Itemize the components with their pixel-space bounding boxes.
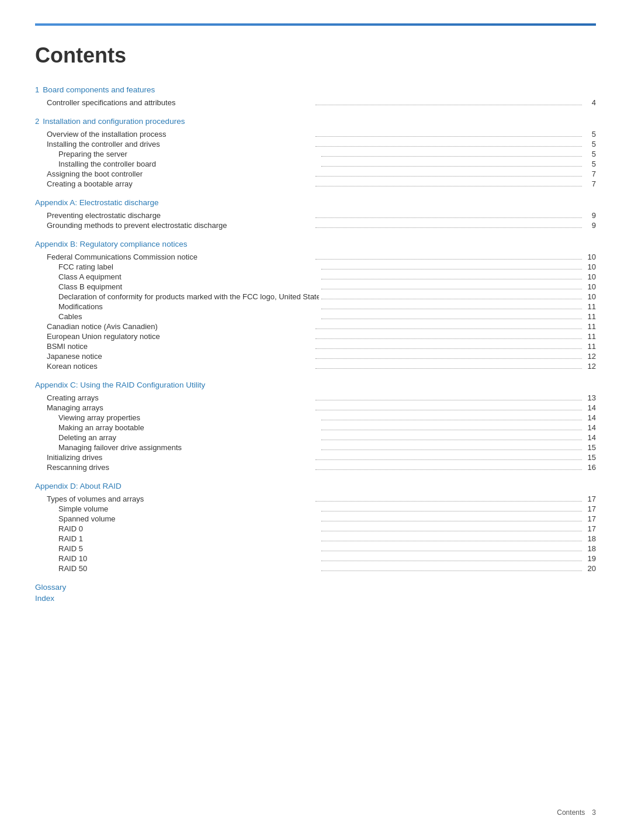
- toc-page-number: 5: [584, 160, 596, 168]
- toc-entry-text[interactable]: Preventing electrostatic discharge: [47, 211, 313, 220]
- toc-page-number: 10: [584, 262, 596, 271]
- section-heading-appendixA[interactable]: Appendix A: Electrostatic discharge: [35, 198, 596, 209]
- toc-entry-text[interactable]: European Union regulatory notice: [47, 332, 313, 341]
- toc-entry: Rescanning drives16: [35, 462, 596, 472]
- toc-page-number: 17: [584, 514, 596, 523]
- toc-entry-text[interactable]: Managing failover drive assignments: [58, 443, 319, 452]
- toc-entry-text[interactable]: FCC rating label: [58, 262, 319, 271]
- toc-dots: [321, 319, 582, 319]
- toc-entry-text[interactable]: Spanned volume: [58, 514, 319, 523]
- toc-page-number: 5: [584, 140, 596, 148]
- toc-page-number: 18: [584, 534, 596, 543]
- toc-page-number: 14: [584, 423, 596, 432]
- toc-entry: Preparing the server5: [35, 149, 596, 159]
- toc-entry-text[interactable]: Modifications: [58, 302, 319, 311]
- toc-entry-text[interactable]: Declaration of conformity for products m…: [58, 292, 319, 301]
- toc-entry-text[interactable]: Deleting an array: [58, 433, 319, 442]
- toc-dots: [321, 551, 582, 551]
- page-title: Contents: [35, 43, 596, 68]
- toc-dots: [316, 348, 582, 349]
- toc-dots: [321, 531, 582, 531]
- toc-entry: Federal Communications Commission notice…: [35, 252, 596, 262]
- toc-entry-text[interactable]: Simple volume: [58, 504, 319, 513]
- toc-entry-text[interactable]: Managing arrays: [47, 403, 313, 412]
- toc-page-number: 11: [584, 342, 596, 351]
- toc-entry-text[interactable]: Installing the controller board: [58, 160, 319, 168]
- toc-entry-text[interactable]: Installing the controller and drives: [47, 140, 313, 148]
- toc-entry-text[interactable]: RAID 50: [58, 564, 319, 573]
- toc-page-number: 17: [584, 495, 596, 503]
- section-heading-link-appendixB[interactable]: Appendix B: Regulatory compliance notice…: [35, 240, 187, 248]
- toc-entry-text[interactable]: RAID 10: [58, 554, 319, 563]
- toc-entry-text[interactable]: Initializing drives: [47, 453, 313, 462]
- toc-entry: RAID 5020: [35, 564, 596, 573]
- section-number-section2: 2: [35, 117, 39, 126]
- toc-page-number: 20: [584, 564, 596, 573]
- toc-section-appendixD: Appendix D: About RAIDTypes of volumes a…: [35, 482, 596, 573]
- toc-section-appendixB: Appendix B: Regulatory compliance notice…: [35, 240, 596, 371]
- section-heading-link-appendixC[interactable]: Appendix C: Using the RAID Configuration…: [35, 381, 205, 389]
- toc-entry-text[interactable]: RAID 5: [58, 544, 319, 553]
- toc-entry: Making an array bootable14: [35, 423, 596, 433]
- toc-entry-text[interactable]: Creating arrays: [47, 393, 313, 402]
- entries-group-section1: Controller specifications and attributes…: [35, 98, 596, 108]
- toc-entry-text[interactable]: Making an array bootable: [58, 423, 319, 432]
- toc-entry: Japanese notice12: [35, 351, 596, 361]
- toc-entry-text[interactable]: Preparing the server: [58, 150, 319, 158]
- toc-entry: Creating a bootable array7: [35, 179, 596, 189]
- toc-entry-text[interactable]: Rescanning drives: [47, 463, 313, 472]
- toc-entry-text[interactable]: Japanese notice: [47, 352, 313, 361]
- toc-entry: Preventing electrostatic discharge9: [35, 210, 596, 220]
- entries-group-appendixC: Creating arrays13Managing arrays14Viewin…: [35, 393, 596, 472]
- toc-page-number: 15: [584, 453, 596, 462]
- section-heading-link-appendixD[interactable]: Appendix D: About RAID: [35, 482, 122, 490]
- toc-entry-text[interactable]: Creating a bootable array: [47, 179, 313, 188]
- toc-dots: [316, 217, 582, 218]
- section-heading-section1[interactable]: 1Board components and features: [35, 85, 596, 96]
- toc-entry-text[interactable]: BSMI notice: [47, 342, 313, 351]
- toc-dots: [316, 358, 582, 359]
- toc-entry-text[interactable]: RAID 1: [58, 534, 319, 543]
- toc-dots: [316, 105, 582, 105]
- toc-entry: RAID 118: [35, 534, 596, 544]
- toc-entry-text[interactable]: Grounding methods to prevent electrostat…: [47, 221, 313, 230]
- toc-entry-text[interactable]: RAID 0: [58, 524, 319, 533]
- toc-entry-text[interactable]: Controller specifications and attributes: [47, 98, 313, 107]
- toc-entry-text[interactable]: Class A equipment: [58, 272, 319, 281]
- toc-page-number: 11: [584, 312, 596, 321]
- toc-entry: Installing the controller board5: [35, 159, 596, 169]
- toc-entry-text[interactable]: Class B equipment: [58, 282, 319, 291]
- toc-entry-text[interactable]: Overview of the installation process: [47, 130, 313, 139]
- toc-entry-text[interactable]: Cables: [58, 312, 319, 321]
- toc-entry-text[interactable]: Federal Communications Commission notice: [47, 253, 313, 261]
- toc-entry: Cables11: [35, 312, 596, 322]
- toc-entry: Modifications11: [35, 302, 596, 312]
- section-heading-link-section1[interactable]: Board components and features: [43, 85, 155, 94]
- toc-entry-text[interactable]: Korean notices: [47, 362, 313, 371]
- entries-group-appendixA: Preventing electrostatic discharge9Groun…: [35, 210, 596, 230]
- toc-entry-text[interactable]: Types of volumes and arrays: [47, 495, 313, 503]
- toc-page-number: 12: [584, 362, 596, 371]
- toc-dots: [316, 146, 582, 147]
- toc-page-number: 19: [584, 554, 596, 563]
- toc-entry-text[interactable]: Assigning the boot controller: [47, 170, 313, 178]
- toc-entry-text[interactable]: Viewing array properties: [58, 413, 319, 422]
- toc-entry: Managing arrays14: [35, 403, 596, 413]
- section-heading-section2[interactable]: 2Installation and configuration procedur…: [35, 117, 596, 128]
- section-heading-appendixC[interactable]: Appendix C: Using the RAID Configuration…: [35, 381, 596, 392]
- toc-dots: [321, 156, 582, 157]
- section-heading-appendixD[interactable]: Appendix D: About RAID: [35, 482, 596, 493]
- glossary-link[interactable]: Glossary: [35, 583, 596, 592]
- section-heading-link-appendixA[interactable]: Appendix A: Electrostatic discharge: [35, 198, 159, 207]
- index-link[interactable]: Index: [35, 594, 596, 603]
- toc-page-number: 14: [584, 413, 596, 422]
- section-heading-appendixB[interactable]: Appendix B: Regulatory compliance notice…: [35, 240, 596, 251]
- section-heading-link-section2[interactable]: Installation and configuration procedure…: [43, 117, 185, 126]
- toc-entry: Creating arrays13: [35, 393, 596, 403]
- toc-entry: Grounding methods to prevent electrostat…: [35, 220, 596, 230]
- toc-page-number: 11: [584, 302, 596, 311]
- toc-entry: Controller specifications and attributes…: [35, 98, 596, 108]
- toc-entry-text[interactable]: Canadian notice (Avis Canadien): [47, 322, 313, 331]
- toc-dots: [321, 541, 582, 541]
- toc-dots: [321, 521, 582, 521]
